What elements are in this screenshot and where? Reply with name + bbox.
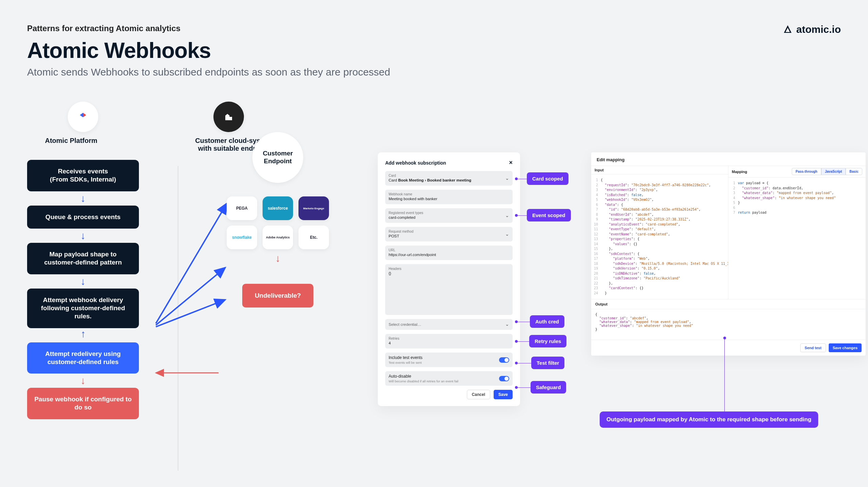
logo-etc: Etc. — [298, 226, 329, 249]
column-divider — [178, 166, 178, 471]
step-receive-events: Receives events (From SDKs, Internal) — [27, 160, 139, 191]
field-placeholder: Select credential… — [389, 322, 509, 326]
undeliverable-arrow — [152, 368, 220, 378]
field-label: URL — [389, 248, 509, 252]
step-attempt-delivery: Attempt webhook delivery following custo… — [27, 289, 139, 328]
field-value: {} — [389, 271, 509, 275]
page-eyebrow: Patterns for extracting Atomic analytics — [27, 24, 854, 33]
logo-snowflake: snowflake — [227, 226, 257, 249]
tab-pass-through[interactable]: Pass-through — [792, 168, 821, 175]
customer-system-icon — [213, 102, 244, 132]
atomic-logo-icon — [783, 24, 793, 35]
callout-retry-rules: Retry rules — [529, 335, 566, 347]
field-label: Card — [389, 174, 509, 177]
callout-auth-cred: Auth cred — [530, 315, 564, 328]
output-heading: Output — [591, 299, 866, 309]
include-test-toggle[interactable]: Include test events Test events will be … — [385, 353, 513, 367]
credential-select[interactable]: Select credential… — [385, 319, 513, 330]
cancel-button[interactable]: Cancel — [467, 390, 490, 399]
toggle-label: Auto-disable — [389, 374, 509, 379]
method-select[interactable]: Request method POST — [385, 227, 513, 241]
field-label: Retries — [389, 337, 509, 340]
output-json-viewer: { "customer_id": "abcdef", "whatever_dat… — [591, 309, 866, 340]
toggle-on-icon — [499, 357, 509, 363]
toggle-label: Include test events — [389, 355, 509, 360]
callout-event-scoped: Event scoped — [527, 209, 571, 221]
callout-test-filter: Test filter — [531, 357, 564, 369]
logo-marketo: Marketo Engage — [298, 196, 329, 220]
callout-safeguard: Safeguard — [531, 381, 566, 394]
card-select[interactable]: Card Card Book Meeting › Booked banker m… — [385, 171, 513, 186]
modal-title: Add webhook subscription — [385, 160, 446, 166]
arrow-down-icon: ↓ — [81, 193, 86, 204]
field-value: 4 — [389, 341, 509, 345]
arrow-down-red-icon: ↓ — [81, 375, 86, 386]
field-value: Card Book Meeting › Booked banker meetin… — [389, 178, 509, 182]
logo-salesforce: salesforce — [263, 196, 293, 220]
callout-payload-mapping: Outgoing payload mapped by Atomic to the… — [600, 411, 818, 428]
toggle-sublabel: Will become disabled if all retries for … — [389, 379, 509, 383]
edit-mapping-panel: Edit mapping Input 1{2 "requestId": "70c… — [591, 152, 866, 356]
integration-logos: PEGA salesforce Marketo Engage snowflake… — [212, 196, 344, 249]
field-value: https://our-url.com/endpoint — [389, 253, 509, 257]
page-subtitle: Atomic sends Webhooks to subscribed endp… — [27, 66, 854, 78]
undeliverable-node: Undeliverable? — [242, 284, 313, 308]
arrow-down-icon: ↓ — [81, 230, 86, 241]
send-test-button[interactable]: Send test — [800, 343, 826, 352]
column-label-atomic: Atomic Platform — [27, 137, 115, 152]
logo-pega: PEGA — [227, 196, 257, 220]
step-redelivery: Attempt redelivery using customer-define… — [27, 342, 139, 374]
toggle-on-icon — [499, 376, 509, 381]
mapper-title: Edit mapping — [591, 152, 866, 166]
customer-endpoint-node: Customer Endpoint — [252, 132, 303, 183]
step-map-payload: Map payload shape to customer-defined pa… — [27, 243, 139, 274]
field-label: Webhook name — [389, 192, 509, 196]
field-value: Meeting booked with banker — [389, 197, 509, 201]
field-label: Headers — [389, 267, 509, 271]
atomic-platform-icon — [68, 102, 98, 132]
arrow-up-icon: ↓ — [81, 330, 86, 341]
headers-input[interactable]: Headers {} — [385, 264, 513, 315]
step-queue-process: Queue & process events — [27, 206, 139, 229]
input-json-viewer: 1{2 "requestId": "70c2bdc0-3e3f-4ff7-a74… — [591, 174, 728, 299]
save-changes-button[interactable]: Save changes — [829, 343, 862, 352]
tab-basic[interactable]: Basic — [846, 168, 862, 175]
field-label: Request method — [389, 230, 509, 233]
logo-adobe-analytics: Adobe Analytics — [263, 226, 293, 249]
page-title: Atomic Webhooks — [27, 38, 854, 63]
mapping-code-editor[interactable]: 1var payload = {2 "customer_id": data.en… — [728, 177, 866, 219]
tab-javascript[interactable]: JavaScript — [821, 168, 846, 175]
callout-card-scoped: Card scoped — [527, 172, 569, 185]
mapping-heading: Mapping — [732, 170, 747, 174]
save-button[interactable]: Save — [494, 390, 513, 399]
field-label: Registered event types — [389, 211, 509, 215]
retries-input[interactable]: Retries 4 — [385, 334, 513, 348]
event-types-select[interactable]: Registered event types card-completed — [385, 208, 513, 223]
arrow-down-icon: ↓ — [81, 276, 86, 287]
field-value: card-completed — [389, 215, 509, 219]
add-webhook-modal: Add webhook subscription × Card Card Boo… — [378, 152, 520, 406]
step-pause-webhook: Pause webhook if configured to do so — [27, 388, 139, 419]
arrow-down-red-icon: ↓ — [212, 253, 344, 264]
brand-name: atomic.io — [796, 24, 841, 35]
autodisable-toggle[interactable]: Auto-disable Will become disabled if all… — [385, 371, 513, 386]
field-value: POST — [389, 234, 509, 238]
close-icon[interactable]: × — [509, 159, 513, 166]
brand-logo: atomic.io — [783, 24, 841, 35]
webhook-name-input[interactable]: Webhook name Meeting booked with banker — [385, 190, 513, 204]
input-heading: Input — [595, 168, 604, 172]
toggle-sublabel: Test events will be sent — [389, 361, 509, 364]
url-input[interactable]: URL https://our-url.com/endpoint — [385, 246, 513, 260]
